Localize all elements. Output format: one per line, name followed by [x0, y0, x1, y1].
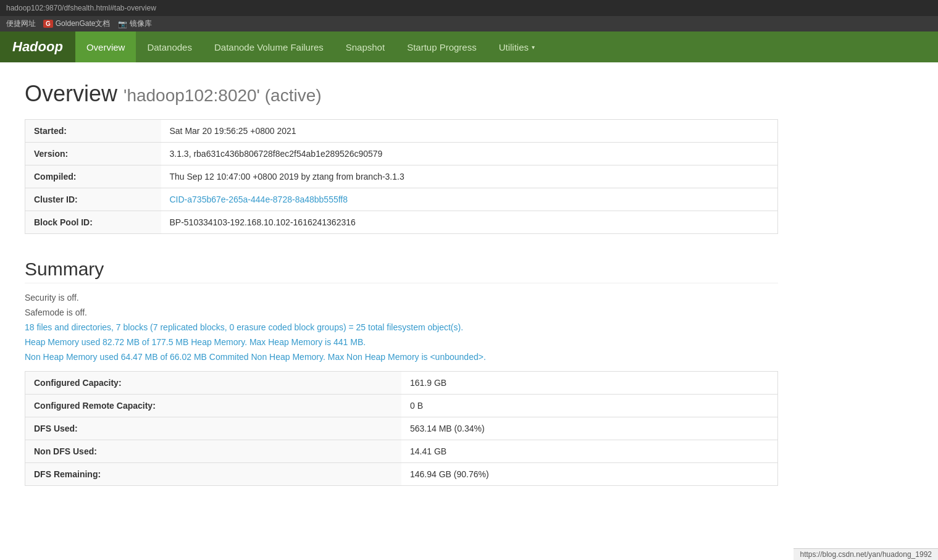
table-row: Compiled: Thu Sep 12 10:47:00 +0800 2019…	[25, 165, 778, 188]
dfs-used-value: 563.14 MB (0.34%)	[401, 417, 778, 440]
main-content: Overview 'hadoop102:8020' (active) Start…	[0, 62, 803, 504]
overview-blockpoolid-label: Block Pool ID:	[25, 211, 161, 234]
summary-table: Configured Capacity: 161.9 GB Configured…	[25, 371, 778, 486]
goldengate-icon: G	[43, 20, 53, 28]
table-row: DFS Used: 563.14 MB (0.34%)	[25, 417, 778, 440]
configured-capacity-value: 161.9 GB	[401, 372, 778, 395]
table-row: Non DFS Used: 14.41 GB	[25, 440, 778, 463]
table-row: Configured Capacity: 161.9 GB	[25, 372, 778, 395]
overview-blockpoolid-value: BP-510334103-192.168.10.102-161624136231…	[161, 211, 778, 234]
non-dfs-used-label: Non DFS Used:	[25, 440, 402, 463]
summary-files[interactable]: 18 files and directories, 7 blocks (7 re…	[25, 322, 778, 332]
overview-host-info: 'hadoop102:8020' (active)	[124, 86, 321, 105]
nav-item-datanode-volume-failures[interactable]: Datanode Volume Failures	[203, 31, 335, 62]
table-row: DFS Remaining: 146.94 GB (90.76%)	[25, 463, 778, 486]
navbar-brand[interactable]: Hadoop	[0, 31, 75, 62]
bookmark-shortcuts-label: 便捷网址	[6, 19, 36, 29]
table-row: Configured Remote Capacity: 0 B	[25, 395, 778, 417]
nav-item-utilities[interactable]: Utilities ▾	[488, 31, 546, 62]
overview-clusterid-label: Cluster ID:	[25, 188, 161, 211]
configured-remote-capacity-value: 0 B	[401, 395, 778, 417]
configured-remote-capacity-label: Configured Remote Capacity:	[25, 395, 402, 417]
overview-started-label: Started:	[25, 120, 161, 143]
summary-security: Security is off.	[25, 293, 778, 303]
overview-started-value: Sat Mar 20 19:56:25 +0800 2021	[161, 120, 778, 143]
table-row: Block Pool ID: BP-510334103-192.168.10.1…	[25, 211, 778, 234]
overview-version-label: Version:	[25, 143, 161, 165]
browser-url: hadoop102:9870/dfshealth.html#tab-overvi…	[6, 4, 156, 12]
bookmark-mirror-label: 镜像库	[130, 19, 152, 29]
overview-clusterid-value[interactable]: CID-a735b67e-265a-444e-8728-8a48bb555ff8	[161, 188, 778, 211]
summary-title: Summary	[25, 259, 778, 283]
summary-non-heap-memory[interactable]: Non Heap Memory used 64.47 MB of 66.02 M…	[25, 352, 778, 362]
utilities-dropdown-arrow: ▾	[532, 44, 535, 51]
nav-item-overview[interactable]: Overview	[75, 31, 136, 62]
bookmark-goldengate-label: GoldenGate文档	[56, 19, 111, 29]
nav-item-snapshot[interactable]: Snapshot	[335, 31, 396, 62]
browser-bar: hadoop102:9870/dfshealth.html#tab-overvi…	[0, 0, 938, 16]
summary-safemode: Safemode is off.	[25, 307, 778, 317]
navbar: Hadoop Overview Datanodes Datanode Volum…	[0, 31, 938, 62]
dfs-remaining-value: 146.94 GB (90.76%)	[401, 463, 778, 486]
summary-texts: Security is off. Safemode is off. 18 fil…	[25, 293, 778, 362]
table-row: Started: Sat Mar 20 19:56:25 +0800 2021	[25, 120, 778, 143]
overview-table: Started: Sat Mar 20 19:56:25 +0800 2021 …	[25, 119, 778, 234]
bookmark-shortcuts[interactable]: 便捷网址	[6, 19, 36, 29]
nav-item-startup-progress[interactable]: Startup Progress	[396, 31, 488, 62]
camera-icon: 📷	[118, 20, 127, 28]
dfs-remaining-label: DFS Remaining:	[25, 463, 402, 486]
table-row: Version: 3.1.3, rba631c436b806728f8ec2f5…	[25, 143, 778, 165]
table-row: Cluster ID: CID-a735b67e-265a-444e-8728-…	[25, 188, 778, 211]
bookmark-mirror[interactable]: 📷 镜像库	[118, 19, 152, 29]
bookmarks-bar: 便捷网址 G GoldenGate文档 📷 镜像库	[0, 16, 938, 31]
overview-title: Overview 'hadoop102:8020' (active)	[25, 81, 778, 107]
summary-heap-memory[interactable]: Heap Memory used 82.72 MB of 177.5 MB He…	[25, 337, 778, 347]
nav-item-datanodes[interactable]: Datanodes	[136, 31, 203, 62]
overview-version-value: 3.1.3, rba631c436b806728f8ec2f54ab1e2895…	[161, 143, 778, 165]
overview-compiled-label: Compiled:	[25, 165, 161, 188]
non-dfs-used-value: 14.41 GB	[401, 440, 778, 463]
overview-compiled-value: Thu Sep 12 10:47:00 +0800 2019 by ztang …	[161, 165, 778, 188]
bookmark-goldengate[interactable]: G GoldenGate文档	[43, 19, 111, 29]
navbar-nav: Overview Datanodes Datanode Volume Failu…	[75, 31, 546, 62]
configured-capacity-label: Configured Capacity:	[25, 372, 402, 395]
dfs-used-label: DFS Used:	[25, 417, 402, 440]
